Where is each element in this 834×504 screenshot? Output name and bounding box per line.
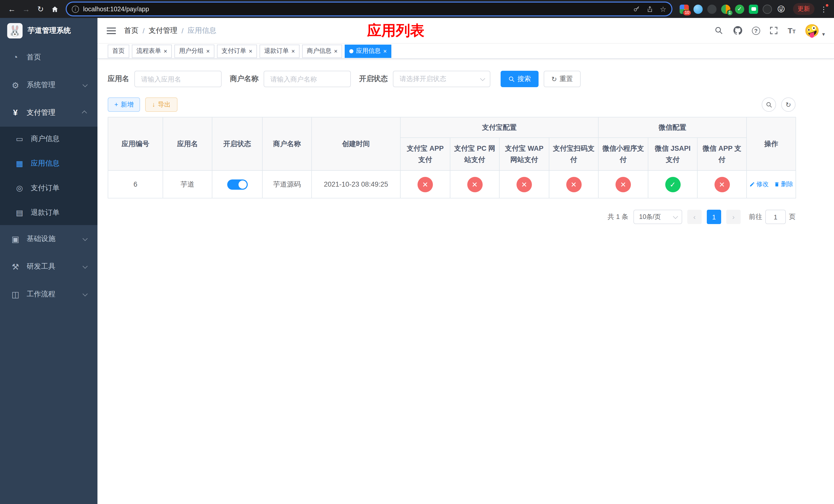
tab-pay-order[interactable]: 支付订单×	[217, 44, 257, 58]
breadcrumb-payment[interactable]: 支付管理	[149, 26, 177, 35]
edit-label: 修改	[756, 180, 769, 189]
col-wx-mini: 微信小程序支付	[598, 138, 648, 170]
content-area: 应用名 商户名称 开启状态 请选择开启状态 搜索 ↻ 重置	[97, 59, 806, 224]
address-bar[interactable]: i localhost:1024/pay/app ☆	[67, 3, 672, 15]
sidebar-item-workflow[interactable]: ◫ 工作流程	[0, 280, 97, 308]
tab-refund-order[interactable]: 退款订单×	[260, 44, 300, 58]
tab-flow-form[interactable]: 流程表单×	[132, 44, 172, 58]
sidebar-item-merchant-info[interactable]: ▭ 商户信息	[0, 127, 97, 151]
breadcrumb-home[interactable]: 首页	[124, 26, 138, 35]
sidebar-collapse-button[interactable]	[106, 25, 117, 36]
export-button-label: 导出	[158, 100, 171, 109]
tab-label: 应用信息	[356, 47, 380, 55]
close-icon[interactable]: ×	[383, 48, 387, 54]
sidebar-item-label: 系统管理	[27, 81, 56, 90]
main-area: 首页 / 支付管理 / 应用信息 应用列表 ?	[97, 18, 834, 504]
github-icon[interactable]	[733, 25, 743, 36]
sidebar-item-payment[interactable]: ¥ 支付管理	[0, 99, 97, 127]
search-button[interactable]: 搜索	[501, 71, 539, 87]
sidebar-item-refund-order[interactable]: ▤ 退款订单	[0, 201, 97, 225]
merchant-name-input[interactable]	[264, 71, 351, 87]
topbar-actions: ? TT 🤪 ▼	[714, 23, 826, 38]
goto-suffix: 页	[789, 212, 795, 222]
toggle-search-button[interactable]	[762, 97, 776, 112]
tab-merchant-info[interactable]: 商户信息×	[302, 44, 342, 58]
sidebar-item-infra[interactable]: ▣ 基础设施	[0, 225, 97, 253]
export-button[interactable]: ↓ 导出	[146, 97, 177, 112]
sidebar-item-label: 首页	[27, 53, 41, 62]
url-text[interactable]: localhost:1024/pay/app	[83, 5, 629, 13]
add-button-label: 新增	[121, 100, 134, 109]
cell-ops: 修改 删除	[747, 170, 796, 198]
site-info-icon[interactable]: i	[72, 5, 79, 13]
topbar: 首页 / 支付管理 / 应用信息 应用列表 ?	[97, 18, 834, 44]
page-1-button[interactable]: 1	[707, 210, 721, 224]
cell-status	[212, 170, 262, 198]
col-ops: 操作	[747, 117, 796, 170]
status-select[interactable]: 请选择开启状态	[393, 71, 490, 87]
col-alipay-pc: 支付宝 PC 网站支付	[450, 138, 499, 170]
sidebar-logo[interactable]: 🐰 芋道管理系统	[0, 18, 97, 44]
status-toggle[interactable]	[227, 179, 247, 189]
extension-chat-icon[interactable]	[749, 4, 758, 14]
col-group-alipay: 支付宝配置	[400, 117, 598, 138]
trash-icon	[774, 182, 780, 187]
reload-button[interactable]: ↻	[34, 2, 47, 16]
search-icon[interactable]	[714, 25, 724, 36]
close-icon[interactable]: ×	[291, 48, 295, 54]
font-size-icon[interactable]: TT	[788, 26, 796, 35]
cell-created: 2021-10-23 08:49:25	[312, 170, 400, 198]
refresh-table-button[interactable]: ↻	[781, 97, 795, 112]
user-avatar[interactable]: 🤪 ▼	[804, 23, 826, 38]
goto-page-input[interactable]	[765, 210, 786, 224]
browser-chrome: ← → ↻ i localhost:1024/pay/app ☆ 10 1 ✓ …	[0, 0, 834, 18]
plus-icon: +	[114, 101, 118, 108]
add-button[interactable]: + 新增	[108, 97, 140, 112]
app-name-input[interactable]	[134, 71, 222, 87]
close-icon[interactable]: ×	[334, 48, 337, 54]
tab-label: 流程表单	[136, 47, 161, 55]
extension-bot-icon[interactable]	[763, 4, 772, 14]
screen: ← → ↻ i localhost:1024/pay/app ☆ 10 1 ✓ …	[0, 0, 834, 504]
close-icon[interactable]: ×	[163, 48, 167, 54]
avatar-emoji-icon: 🤪	[804, 23, 820, 38]
back-button[interactable]: ←	[5, 2, 19, 16]
prev-page-button[interactable]: ‹	[687, 210, 702, 224]
password-key-icon[interactable]	[633, 5, 640, 13]
sidebar-item-home[interactable]: ◔ 首页	[0, 44, 97, 71]
edit-link[interactable]: 修改	[749, 180, 769, 189]
col-wx-app: 微信 APP 支付	[697, 138, 747, 170]
pen-icon	[749, 182, 755, 187]
sidebar-item-app-info[interactable]: ▦ 应用信息	[0, 151, 97, 176]
extension-droplet-icon[interactable]	[694, 4, 703, 14]
fullscreen-icon[interactable]	[769, 25, 779, 36]
filter-form: 应用名 商户名称 开启状态 请选择开启状态 搜索 ↻ 重置	[108, 71, 795, 87]
reset-button[interactable]: ↻ 重置	[544, 71, 580, 87]
chrome-menu-button[interactable]: ⋮	[819, 2, 829, 16]
page-size-select[interactable]: 10条/页	[633, 210, 682, 224]
home-button[interactable]	[48, 2, 62, 16]
bookmark-star-icon[interactable]: ☆	[660, 5, 666, 13]
tab-label: 退款订单	[264, 47, 289, 55]
next-page-button[interactable]: ›	[726, 210, 741, 224]
sidebar-item-pay-order[interactable]: ◎ 支付订单	[0, 176, 97, 201]
sidebar-item-system[interactable]: ⚙ 系统管理	[0, 71, 97, 99]
close-icon[interactable]: ×	[206, 48, 210, 54]
delete-link[interactable]: 删除	[774, 180, 793, 189]
profile-avatar-icon[interactable]: 😜	[776, 4, 786, 14]
extension-grid-icon[interactable]: 10	[680, 4, 689, 14]
tab-home[interactable]: 首页	[108, 44, 129, 58]
page-size-value: 10条/页	[639, 212, 661, 221]
close-icon[interactable]: ×	[249, 48, 253, 54]
share-icon[interactable]	[646, 5, 654, 13]
forward-button[interactable]: →	[20, 2, 33, 16]
refresh-icon: ↻	[551, 75, 557, 83]
extension-avatar-icon[interactable]: 1	[721, 4, 730, 14]
tab-user-group[interactable]: 用户分组×	[174, 44, 214, 58]
extension-check-icon[interactable]: ✓	[735, 4, 744, 14]
help-icon[interactable]: ?	[752, 26, 760, 35]
extension-dark-icon[interactable]	[707, 4, 717, 14]
sidebar-item-devtools[interactable]: ⚒ 研发工具	[0, 253, 97, 280]
tab-app-info[interactable]: 应用信息×	[345, 44, 391, 58]
chrome-update-button[interactable]: 更新	[793, 3, 814, 15]
